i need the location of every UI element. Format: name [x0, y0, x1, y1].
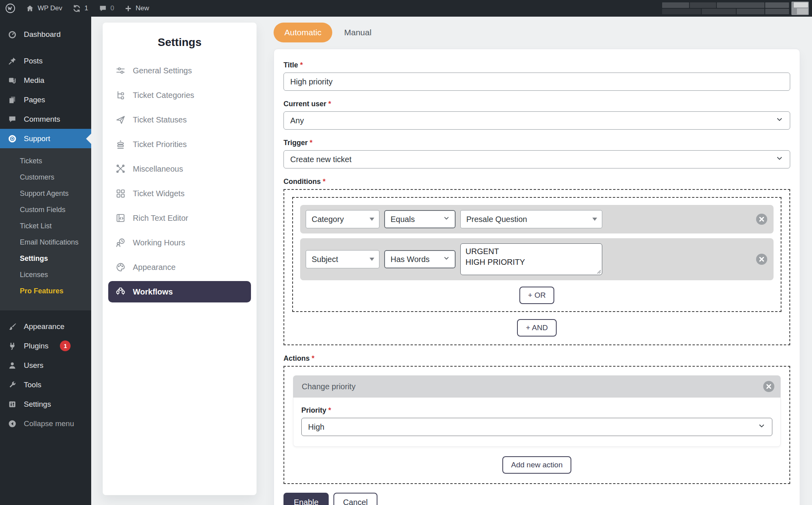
submenu-item-tickets[interactable]: Tickets	[0, 153, 91, 169]
sidebar-item-label: Collapse menu	[24, 419, 74, 428]
add-new-action-button[interactable]: Add new action	[502, 456, 571, 474]
condition-value-select[interactable]: Presale Question	[460, 210, 602, 228]
site-name-link[interactable]: WP Dev	[21, 0, 67, 17]
settings-item-rich-text-editor[interactable]: Rich Text Editor	[103, 206, 257, 230]
workflow-form-card: Title* High priority Current user* Any T…	[274, 49, 800, 505]
title-label: Title*	[283, 61, 790, 69]
settings-item-general-settings[interactable]: General Settings	[103, 58, 257, 83]
wordpress-logo-menu[interactable]	[0, 0, 21, 17]
workflow-editor: Automatic Manual Title* High priority Cu…	[274, 23, 800, 505]
sliders-icon	[115, 65, 126, 76]
required-asterisk: *	[328, 100, 331, 108]
current-user-select[interactable]: Any	[283, 111, 790, 130]
condition-operator-select[interactable]: Equals	[384, 210, 456, 228]
condition-row: Subject Has Words URGENT HIGH PRIORITY	[300, 238, 774, 280]
settings-item-ticket-statuses[interactable]: Ticket Statuses	[103, 107, 257, 132]
triangle-down-icon	[370, 218, 374, 221]
tab-manual[interactable]: Manual	[344, 28, 372, 37]
sidebar-item-label: Dashboard	[24, 30, 61, 39]
sidebar-item-label: Settings	[24, 400, 51, 409]
priority-stack-icon	[115, 139, 126, 149]
add-or-condition-button[interactable]: + OR	[519, 287, 555, 304]
condition-field-select[interactable]: Category	[306, 210, 379, 228]
required-asterisk: *	[323, 178, 326, 186]
sidebar-item-posts[interactable]: Posts	[0, 51, 91, 71]
submenu-item-pro-features[interactable]: Pro Features	[0, 283, 91, 299]
priority-select[interactable]: High	[301, 418, 772, 436]
trigger-select[interactable]: Create new ticket	[283, 150, 790, 168]
submenu-item-custom-fields[interactable]: Custom Fields	[0, 202, 91, 218]
sidebar-item-label: Media	[24, 76, 44, 85]
support-submenu: Tickets Customers Support Agents Custom …	[0, 148, 91, 310]
title-input[interactable]: High priority	[283, 73, 790, 91]
sidebar-item-settings[interactable]: Settings	[0, 394, 91, 414]
sidebar-item-tools[interactable]: Tools	[0, 375, 91, 394]
tree-icon	[115, 90, 126, 100]
actions-section: Actions* Change priority Priority*	[283, 354, 790, 484]
chevron-down-icon	[443, 255, 450, 264]
sidebar-item-dashboard[interactable]: Dashboard	[0, 25, 91, 44]
settings-item-label: General Settings	[133, 66, 192, 75]
updates-indicator[interactable]: 1	[67, 0, 93, 17]
remove-condition-button[interactable]	[756, 254, 767, 265]
remove-action-button[interactable]	[763, 381, 774, 392]
sidebar-item-appearance[interactable]: Appearance	[0, 317, 91, 336]
sidebar-item-users[interactable]: Users	[0, 356, 91, 375]
comment-icon	[8, 115, 17, 124]
new-content-menu[interactable]: New	[119, 0, 154, 17]
current-user-field-group: Current user* Any	[283, 100, 790, 130]
action-card-title: Change priority	[302, 382, 356, 391]
conditions-container: Category Equals Presale Question	[283, 189, 790, 345]
submenu-item-support-agents[interactable]: Support Agents	[0, 186, 91, 202]
submenu-item-email-notifications[interactable]: Email Notifications	[0, 234, 91, 251]
sidebar-item-label: Plugins	[24, 342, 48, 350]
add-and-condition-button[interactable]: + AND	[517, 319, 556, 337]
settings-item-working-hours[interactable]: Working Hours	[103, 230, 257, 255]
sliders-box-icon	[8, 400, 17, 409]
plugins-update-badge: 1	[60, 340, 71, 351]
settings-item-ticket-categories[interactable]: Ticket Categories	[103, 83, 257, 107]
remove-condition-button[interactable]	[756, 214, 767, 225]
conditions-label: Conditions*	[283, 178, 790, 186]
comments-indicator[interactable]: 0	[94, 0, 119, 17]
settings-item-ticket-widgets[interactable]: Ticket Widgets	[103, 181, 257, 206]
submenu-item-customers[interactable]: Customers	[0, 169, 91, 186]
chevron-down-icon	[443, 215, 450, 224]
sidebar-item-media[interactable]: Media	[0, 71, 91, 90]
pushpin-icon	[8, 56, 17, 66]
sidebar-item-comments[interactable]: Comments	[0, 109, 91, 129]
settings-item-miscellaneous[interactable]: Miscellaneous	[103, 157, 257, 181]
current-user-label: Current user*	[283, 100, 790, 108]
sidebar-item-plugins[interactable]: Plugins 1	[0, 336, 91, 356]
update-icon	[73, 4, 81, 13]
condition-field-select[interactable]: Subject	[306, 250, 379, 268]
settings-item-workflows[interactable]: Workflows	[108, 281, 251, 302]
new-label: New	[136, 4, 149, 12]
condition-operator-select[interactable]: Has Words	[384, 250, 456, 268]
sidebar-item-pages[interactable]: Pages	[0, 90, 91, 109]
enable-button[interactable]: Enable	[283, 493, 329, 505]
cancel-button[interactable]: Cancel	[333, 493, 377, 505]
settings-item-ticket-priorities[interactable]: Ticket Priorities	[103, 132, 257, 157]
triangle-down-icon	[592, 218, 597, 221]
submenu-item-licenses[interactable]: Licenses	[0, 267, 91, 283]
wordpress-logo-icon	[5, 3, 15, 13]
pages-icon	[8, 95, 17, 105]
admin-bar: WP Dev 1 0 New	[0, 0, 812, 17]
submenu-item-settings[interactable]: Settings	[0, 251, 91, 267]
dashboard-icon	[8, 30, 17, 39]
account-area-redacted[interactable]	[662, 0, 809, 17]
settings-item-appearance[interactable]: Appearance	[103, 255, 257, 279]
collapse-arrow-icon	[8, 419, 17, 428]
condition-words-textarea[interactable]: URGENT HIGH PRIORITY	[460, 243, 602, 275]
tab-automatic[interactable]: Automatic	[274, 23, 332, 42]
sidebar-item-label: Comments	[24, 115, 60, 124]
collapse-menu-button[interactable]: Collapse menu	[0, 414, 91, 433]
submenu-item-ticket-list[interactable]: Ticket List	[0, 218, 91, 234]
avatar	[791, 2, 809, 15]
action-card-header: Change priority	[293, 375, 781, 398]
settings-item-label: Working Hours	[133, 238, 185, 247]
sidebar-item-support[interactable]: Support	[0, 129, 91, 148]
current-user-value: Any	[290, 116, 304, 125]
condition-row: Category Equals Presale Question	[300, 205, 774, 233]
